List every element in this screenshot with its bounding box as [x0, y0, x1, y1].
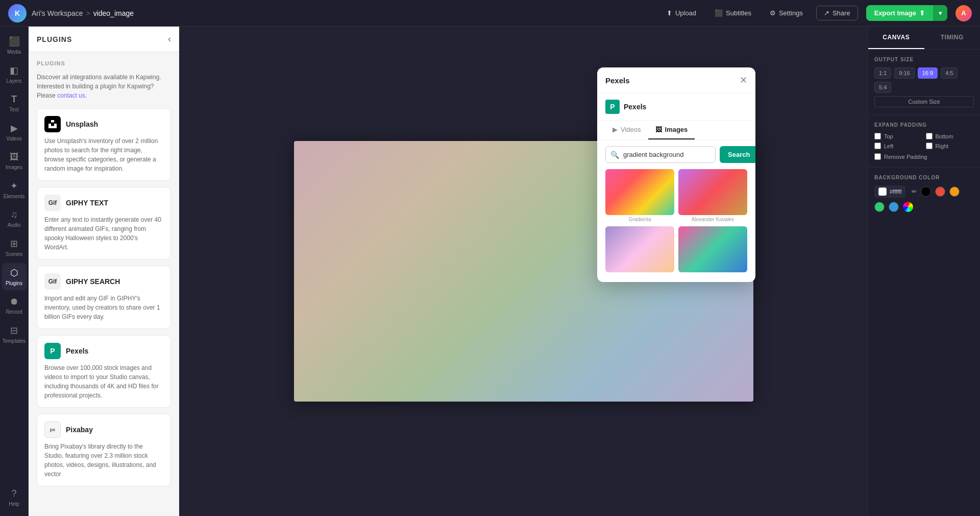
sidebar-item-media[interactable]: ⬛ Media	[2, 32, 27, 59]
color-swatch-blue[interactable]	[889, 202, 899, 212]
padding-right[interactable]: Right	[926, 143, 974, 149]
result-image-4[interactable]	[678, 226, 747, 272]
modal-tab-videos[interactable]: ▶ Videos	[605, 121, 648, 139]
pexels-search-button[interactable]: Search	[720, 146, 755, 163]
export-main-button[interactable]: Export Image ⬆	[866, 5, 933, 21]
modal-header: Pexels ✕	[597, 67, 755, 93]
export-button-group: Export Image ⬆ ▾	[866, 5, 947, 21]
plugins-intro-text: Discover all integrations available in K…	[37, 73, 171, 100]
sidebar-item-text[interactable]: T Text	[2, 90, 27, 116]
modal-tab-images[interactable]: 🖼 Images	[648, 121, 695, 139]
templates-icon: ⊟	[10, 325, 18, 336]
images-tab-label: Images	[665, 126, 688, 133]
padding-top-checkbox[interactable]	[874, 133, 881, 139]
color-swatch-black[interactable]	[921, 186, 931, 197]
size-btn-16-9[interactable]: 16:9	[918, 67, 938, 79]
plugin-desc-pixabay: Bring Pixabay's library directly to the …	[44, 442, 163, 479]
sidebar-item-layers[interactable]: ◧ Layers	[2, 61, 27, 88]
sidebar-item-label: Text	[9, 107, 18, 112]
color-hex-display[interactable]: #ffffff	[874, 185, 905, 198]
chevron-down-icon: ▾	[939, 9, 942, 17]
sidebar-item-record[interactable]: ⏺ Record	[2, 292, 27, 319]
padding-left-label: Left	[884, 143, 893, 149]
output-size-title: OUTPUT SIZE	[874, 57, 974, 62]
color-swatch-rainbow[interactable]	[903, 202, 913, 212]
plugin-card-giphy-search[interactable]: Gif GIPHY SEARCH Import and edit any GIF…	[37, 266, 171, 329]
sidebar-item-plugins[interactable]: ⬡ Plugins	[2, 263, 27, 290]
sidebar-item-audio[interactable]: ♫ Audio	[2, 205, 27, 232]
padding-right-checkbox[interactable]	[926, 143, 933, 149]
output-size-options: 1:1 9:16 16:9 4:5 5:4	[874, 67, 974, 93]
plugins-panel: PLUGINS ‹ PLUGINS Discover all integrati…	[29, 27, 179, 516]
sidebar-item-videos[interactable]: ▶ Videos	[2, 119, 27, 146]
sidebar-item-label: Scenes	[6, 251, 22, 257]
video-icon: ▶	[11, 123, 18, 134]
sidebar-item-label: Plugins	[6, 280, 22, 286]
settings-button[interactable]: ⚙ Settings	[765, 6, 808, 20]
layers-icon: ◧	[10, 65, 18, 76]
breadcrumb: Ari's Workspace > video_image	[32, 9, 134, 17]
giphy-text-icon: Gif	[44, 195, 61, 211]
result-item-4[interactable]	[678, 226, 747, 274]
sidebar-item-label: Media	[7, 49, 21, 55]
result-image-2[interactable]	[678, 169, 747, 215]
size-btn-1-1[interactable]: 1:1	[874, 67, 891, 79]
project-name[interactable]: video_image	[93, 9, 134, 17]
user-avatar[interactable]: A	[955, 5, 972, 21]
padding-grid: Top Bottom Left Right	[874, 133, 974, 149]
padding-bottom[interactable]: Bottom	[926, 133, 974, 139]
modal-close-button[interactable]: ✕	[740, 75, 747, 86]
sidebar-item-elements[interactable]: ✦ Elements	[2, 176, 27, 203]
export-dropdown-button[interactable]: ▾	[933, 5, 947, 21]
plugin-card-pexels[interactable]: P Pexels Browse over 100,000 stock image…	[37, 335, 171, 408]
workspace-name[interactable]: Ari's Workspace	[32, 9, 83, 17]
plugin-card-giphy-text[interactable]: Gif GIPHY TEXT Enter any text to instant…	[37, 187, 171, 260]
plugin-card-pixabay[interactable]: px Pixabay Bring Pixabay's library direc…	[37, 414, 171, 486]
share-button[interactable]: ↗ Share	[816, 6, 858, 20]
tab-timing[interactable]: TIMING	[924, 27, 981, 49]
padding-top[interactable]: Top	[874, 133, 923, 139]
plugins-icon: ⬡	[10, 267, 18, 278]
result-item-2[interactable]: Alexander Kovalev	[678, 169, 747, 222]
upload-button[interactable]: ⬆ Upload	[662, 6, 701, 20]
padding-left-checkbox[interactable]	[874, 143, 881, 149]
padding-left[interactable]: Left	[874, 143, 923, 149]
color-swatch-green[interactable]	[874, 202, 885, 212]
sidebar-item-images[interactable]: 🖼 Images	[2, 148, 27, 174]
plugin-name-pixabay: Pixabay	[66, 426, 93, 434]
color-swatch-orange[interactable]	[949, 186, 960, 197]
pexels-modal: Pexels ✕ P Pexels ▶ Videos 🖼 Images	[597, 67, 755, 282]
plugin-name-pexels: Pexels	[66, 347, 88, 355]
size-btn-4-5[interactable]: 4:5	[941, 67, 958, 79]
sidebar-item-scenes[interactable]: ⊞ Scenes	[2, 234, 27, 261]
remove-padding-button[interactable]: Remove Padding	[874, 153, 974, 160]
result-item-1[interactable]: Gradienta	[605, 169, 674, 222]
size-btn-5-4[interactable]: 5:4	[874, 82, 891, 93]
plugins-panel-close-button[interactable]: ‹	[168, 34, 171, 44]
plugins-panel-title: PLUGINS	[37, 35, 72, 43]
plugin-card-unsplash[interactable]: Unsplash Use Unsplash's inventory of ove…	[37, 108, 171, 181]
pexels-search-input[interactable]	[605, 146, 716, 163]
result-label-1: Gradienta	[605, 217, 674, 222]
sidebar-item-help[interactable]: ? Help	[2, 484, 27, 511]
plugin-card-header-giphy-search: Gif GIPHY SEARCH	[44, 273, 163, 290]
sidebar-item-templates[interactable]: ⊟ Templates	[2, 321, 27, 348]
modal-search-row: 🔍 Search	[597, 140, 755, 169]
color-swatch-red[interactable]	[935, 186, 945, 197]
subtitles-button[interactable]: ⬛ Subtitles	[709, 6, 756, 20]
result-image-3[interactable]	[605, 226, 674, 272]
padding-bottom-checkbox[interactable]	[926, 133, 933, 139]
plugins-panel-header: PLUGINS ‹	[29, 27, 179, 52]
custom-size-button[interactable]: Custom Size	[874, 96, 974, 107]
sidebar-item-label: Record	[6, 309, 22, 315]
contact-us-link[interactable]: contact us	[57, 92, 85, 99]
topbar: K Ari's Workspace > video_image ⬆ Upload…	[0, 0, 980, 27]
remove-padding-checkbox[interactable]	[874, 153, 881, 160]
record-icon: ⏺	[10, 296, 19, 307]
result-image-1[interactable]	[605, 169, 674, 215]
size-btn-9-16[interactable]: 9:16	[894, 67, 914, 79]
help-icon: ?	[11, 488, 16, 499]
tab-canvas[interactable]: CANVAS	[868, 27, 924, 49]
result-item-3[interactable]	[605, 226, 674, 274]
color-edit-icon[interactable]: ✏	[912, 188, 917, 195]
